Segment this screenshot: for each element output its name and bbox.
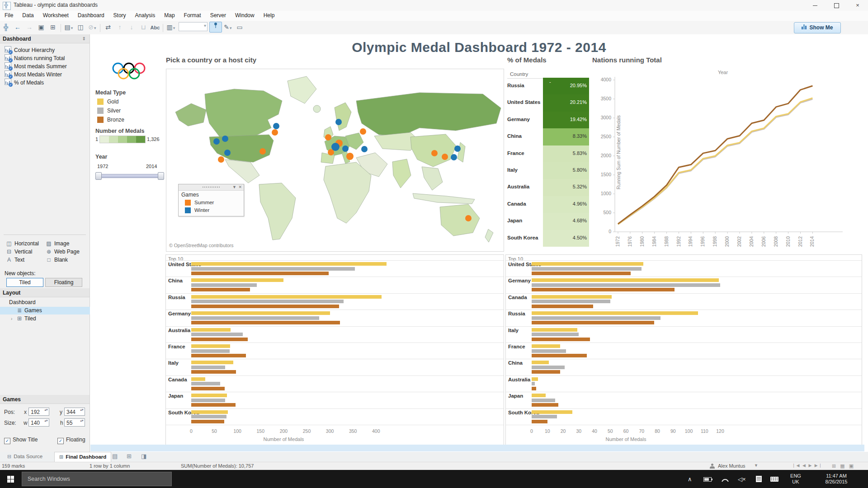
dropdown-caret-icon[interactable]: ▾ <box>173 26 175 30</box>
bar-gold[interactable] <box>532 394 546 397</box>
sidebar-sheet-most-medals-summer[interactable]: Most medals Summer <box>5 62 87 70</box>
presentation-mode-icon[interactable]: ▭ <box>234 22 245 33</box>
bar-gold[interactable] <box>532 361 549 364</box>
host-city-dot-london[interactable] <box>325 134 331 141</box>
bar-gold[interactable] <box>191 377 205 381</box>
bar-silver[interactable] <box>532 300 610 303</box>
bar-gold[interactable] <box>532 295 612 299</box>
bar-bronze[interactable] <box>532 387 536 390</box>
minimize-button[interactable] <box>805 0 826 11</box>
year-slider-track[interactable] <box>97 174 162 178</box>
size-h-spinner[interactable]: 55 <box>64 418 85 427</box>
host-city-dot-sochi[interactable] <box>361 146 368 152</box>
bar-silver[interactable] <box>191 333 243 336</box>
bar-gold[interactable] <box>532 328 577 332</box>
host-city-dot-los-angeles[interactable] <box>218 156 224 163</box>
sidebar-sheet-nations-running-total[interactable]: Nations running Total <box>5 54 87 62</box>
sort-descending-icon[interactable]: ↓ <box>126 22 137 33</box>
layout-panel-header[interactable]: Layout <box>0 288 90 297</box>
pct-row-cell[interactable]: 20.21% <box>543 94 589 111</box>
new-data-source-icon[interactable]: ⊞ <box>47 22 58 33</box>
pct-row-cell[interactable]: 20.95%- <box>543 78 589 94</box>
games-panel-header[interactable]: Games <box>0 395 90 404</box>
bar-gold[interactable] <box>191 410 228 414</box>
bar-silver[interactable] <box>191 349 230 353</box>
pct-row-cell[interactable]: 5.80% <box>543 162 589 179</box>
bar-silver[interactable] <box>191 283 257 287</box>
host-city-dot-beijing[interactable] <box>431 150 438 156</box>
bar-gold[interactable] <box>532 262 643 266</box>
bar-silver[interactable] <box>191 316 319 320</box>
pct-row-cell[interactable]: 4.96% <box>543 196 589 213</box>
bar-gold[interactable] <box>191 311 330 315</box>
object-web-page[interactable]: ⊕Web Page <box>45 248 80 255</box>
bar-bronze[interactable] <box>191 387 225 390</box>
bar-bronze[interactable] <box>191 338 248 341</box>
bar-silver[interactable] <box>532 382 535 385</box>
new-worksheet-icon[interactable]: ▤▾ <box>63 22 74 33</box>
start-button[interactable] <box>0 470 22 488</box>
pos-x-spinner[interactable]: 192 <box>28 408 49 416</box>
games-legend[interactable]: ▼ ✕ Games SummerWinter <box>178 184 244 216</box>
object-vertical[interactable]: ⊟Vertical <box>5 248 32 255</box>
maximize-button[interactable] <box>826 0 847 11</box>
bar-bronze[interactable] <box>532 370 560 374</box>
swap-rows-columns-icon[interactable]: ⇄ <box>103 22 113 33</box>
games-legend-item-winter[interactable]: Winter <box>179 206 244 214</box>
action-center-icon[interactable] <box>756 470 765 488</box>
menu-item-analysis[interactable]: Analysis <box>131 11 160 20</box>
menu-item-story[interactable]: Story <box>109 11 131 20</box>
host-city-dot-sapporo[interactable] <box>454 145 461 152</box>
bar-bronze[interactable] <box>191 370 236 374</box>
bar-silver[interactable] <box>532 349 566 353</box>
tab-data-source[interactable]: ⊟Data Source <box>3 452 47 461</box>
group-members-icon[interactable]: ⊔ <box>138 22 149 33</box>
drag-handle-icon[interactable] <box>202 186 220 188</box>
pct-row-cell[interactable]: 5.32% <box>543 179 589 196</box>
tab-final-dashboard[interactable]: ⊞Final Dashboard <box>54 452 111 462</box>
bar-silver[interactable] <box>532 316 660 320</box>
bar-bronze[interactable] <box>191 354 246 357</box>
bar-silver[interactable] <box>191 399 225 402</box>
menu-item-dashboard[interactable]: Dashboard <box>73 11 109 20</box>
running-total-line-silver[interactable] <box>618 99 812 224</box>
bar-silver[interactable] <box>532 415 557 418</box>
bar-gold[interactable] <box>532 344 560 348</box>
volume-muted-icon[interactable]: ◁× <box>738 470 748 488</box>
pct-row-cell[interactable]: 19.42% <box>543 112 589 128</box>
bar-silver[interactable] <box>191 382 220 385</box>
bar-silver[interactable] <box>191 415 226 418</box>
layout-tree-dashboard[interactable]: Dashboard <box>0 299 93 306</box>
year-slider-left-handle[interactable] <box>95 172 102 180</box>
bar-silver[interactable] <box>532 399 555 402</box>
year-slider-right-handle[interactable] <box>158 172 164 180</box>
bar-bronze[interactable] <box>191 321 340 324</box>
new-dashboard-tab-icon[interactable]: ⊞ <box>127 453 132 460</box>
bar-silver[interactable] <box>191 267 355 271</box>
host-city-dot-atlanta[interactable] <box>259 148 266 155</box>
user-menu-caret-icon[interactable]: ▼ <box>754 463 758 468</box>
layout-tree-tiled[interactable]: ›⊞Tiled <box>0 315 100 323</box>
bar-gold[interactable] <box>191 361 233 364</box>
bar-silver[interactable] <box>532 333 579 336</box>
host-city-dot-vancouver[interactable] <box>213 138 220 145</box>
host-city-dot-salt-lake-city[interactable] <box>224 150 231 156</box>
host-city-dot-nagano[interactable] <box>451 154 457 160</box>
menu-item-file[interactable]: File <box>0 11 18 20</box>
medal-legend-gold[interactable]: Gold <box>97 99 118 105</box>
host-city-dot-alps-cluster[interactable] <box>331 143 340 151</box>
size-w-spinner[interactable]: 140 <box>28 418 49 427</box>
host-city-dot-lillehammer-oslo[interactable] <box>335 119 342 125</box>
menu-item-help[interactable]: Help <box>259 11 279 20</box>
tableau-start-icon[interactable]: ╬ <box>0 22 11 33</box>
save-icon[interactable]: ▣ <box>36 22 47 33</box>
sidebar-sheet--of-medals[interactable]: % of Medals <box>5 79 87 87</box>
show-me-button[interactable]: Show Me <box>794 22 841 33</box>
object-text[interactable]: AText <box>5 256 24 263</box>
host-city-dot-sydney[interactable] <box>465 215 472 221</box>
bar-gold[interactable] <box>191 394 227 397</box>
bar-gold[interactable] <box>532 377 538 381</box>
layout-tree-games[interactable]: ≣Games <box>0 307 100 314</box>
bar-gold[interactable] <box>532 278 719 282</box>
dropdown-caret-icon[interactable]: ▾ <box>94 26 96 30</box>
